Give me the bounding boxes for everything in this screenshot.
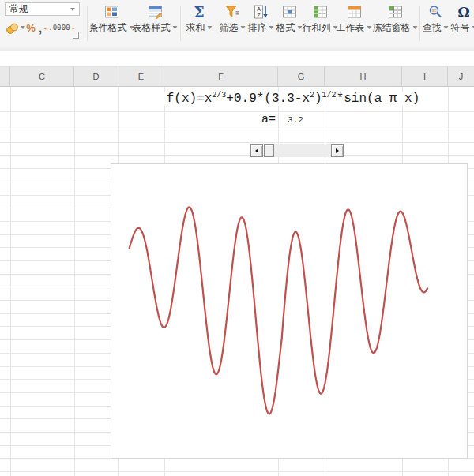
dialog-launcher-icon[interactable] xyxy=(73,32,79,39)
chevron-down-icon xyxy=(208,26,213,29)
column-header-G[interactable]: G xyxy=(278,67,325,86)
column-header-I[interactable]: I xyxy=(402,67,448,86)
magnifier-icon: ab xyxy=(428,5,442,19)
button-label: 表格样式 xyxy=(133,22,171,33)
gridline xyxy=(74,87,75,476)
freeze-panes-button[interactable]: 冻结窗格 xyxy=(373,2,418,33)
chevron-down-icon xyxy=(173,26,178,29)
svg-text:ab: ab xyxy=(431,8,436,13)
find-button[interactable]: ab 查找 xyxy=(423,2,449,33)
chevron-down-icon xyxy=(70,8,75,11)
coins-icon xyxy=(6,21,19,35)
gridline xyxy=(0,129,474,129)
worksheet-icon xyxy=(347,5,361,19)
button-label: 排序 xyxy=(248,22,267,33)
left-triangle-icon xyxy=(255,148,258,153)
cell-format-icon xyxy=(282,5,296,19)
gridline xyxy=(10,87,11,476)
right-arrow-icon: ▸ xyxy=(72,24,76,32)
column-header-H[interactable]: H xyxy=(325,67,402,86)
button-label: 符号 xyxy=(451,22,470,33)
decrease-decimal-icon: .00 xyxy=(57,24,70,32)
button-label: 行和列 xyxy=(303,22,331,33)
toolbar-separator xyxy=(419,6,420,41)
right-triangle-icon xyxy=(336,148,339,153)
chevron-down-icon xyxy=(413,26,418,29)
left-arrow-icon: ◂ xyxy=(43,24,47,32)
button-label: 筛选 xyxy=(220,22,239,33)
rows-columns-icon xyxy=(313,5,327,19)
chevron-down-icon xyxy=(367,26,372,29)
conditional-format-button[interactable]: 条件格式 xyxy=(89,2,134,33)
scrollbar-track[interactable] xyxy=(274,144,331,157)
chevron-down-icon xyxy=(444,26,449,29)
column-header-J[interactable]: J xyxy=(448,67,474,86)
scrollbar-left-button[interactable] xyxy=(250,144,263,157)
column-header-F[interactable]: F xyxy=(164,67,278,86)
toolbar-separator xyxy=(180,6,181,41)
sort-az-icon: A Z xyxy=(254,5,268,19)
svg-text:A: A xyxy=(257,6,261,12)
accounting-format-button[interactable] xyxy=(5,20,25,36)
cell-a-label[interactable]: a= xyxy=(164,111,276,129)
sort-button[interactable]: A Z 排序 xyxy=(248,2,274,33)
column-header-E[interactable]: E xyxy=(118,67,164,86)
worksheet-button[interactable]: 工作表 xyxy=(337,2,372,33)
gridline xyxy=(0,471,474,472)
format-button[interactable]: 格式 xyxy=(276,2,303,33)
scrollbar-thumb[interactable] xyxy=(264,144,274,157)
cell-a-value[interactable]: 3.2 xyxy=(288,111,324,129)
button-label: 工作表 xyxy=(337,22,365,33)
chart-object[interactable] xyxy=(111,163,468,459)
comma-icon: , xyxy=(39,21,42,35)
rows-columns-button[interactable]: 行和列 xyxy=(303,2,338,33)
button-label: 求和 xyxy=(186,22,205,33)
cell-formula-display[interactable]: f(x)=x2/3+0.9*(3.3-x2)1/2*sin(a π x) xyxy=(118,88,468,110)
column-headers: C D E F G H I J xyxy=(0,67,474,87)
column-header-D[interactable]: D xyxy=(74,67,118,86)
number-format-value: 常规 xyxy=(9,2,28,16)
decrease-decimal-button[interactable]: .00▸ xyxy=(59,20,73,36)
formula-bar[interactable] xyxy=(0,51,474,67)
button-label: 格式 xyxy=(276,22,295,33)
ribbon-toolbar: 常规 % , ◂.00 .00▸ xyxy=(0,0,474,51)
column-header-C[interactable]: C xyxy=(10,67,74,86)
omega-icon: Ω xyxy=(457,2,469,21)
chevron-down-icon xyxy=(21,26,25,29)
table-style-icon xyxy=(148,5,162,19)
function-formula-text: f(x)=x2/3+0.9*(3.3-x2)1/2*sin(a π x) xyxy=(163,92,424,106)
scrollbar-right-button[interactable] xyxy=(331,144,344,157)
function-plot xyxy=(111,164,467,458)
svg-text:Z: Z xyxy=(257,13,261,18)
freeze-panes-icon xyxy=(388,5,402,19)
sigma-icon: Σ xyxy=(194,2,204,21)
chevron-down-icon xyxy=(241,26,246,29)
button-label: 查找 xyxy=(423,22,442,33)
gridline xyxy=(0,142,474,143)
chevron-down-icon xyxy=(269,26,274,29)
symbol-button[interactable]: Ω 符号 xyxy=(451,2,474,33)
conditional-format-icon xyxy=(104,5,118,19)
parameter-scrollbar xyxy=(250,144,344,157)
filter-button[interactable]: 筛选 xyxy=(220,2,246,33)
function-curve-series xyxy=(130,207,427,414)
column-header[interactable] xyxy=(0,67,10,86)
sum-button[interactable]: Σ 求和 xyxy=(186,2,213,33)
button-label: 条件格式 xyxy=(89,22,127,33)
spreadsheet-app: 常规 % , ◂.00 .00▸ xyxy=(0,0,474,476)
gridline xyxy=(0,155,474,156)
toolbar-separator xyxy=(87,6,88,41)
button-label: 冻结窗格 xyxy=(373,22,411,33)
percent-format-button[interactable]: % xyxy=(25,20,36,36)
percent-icon: % xyxy=(26,22,36,34)
sheet-grid[interactable]: f(x)=x2/3+0.9*(3.3-x2)1/2*sin(a π x) a= … xyxy=(0,87,474,476)
number-format-dropdown[interactable]: 常规 xyxy=(5,2,80,16)
funnel-icon xyxy=(225,5,240,19)
table-style-button[interactable]: 表格样式 xyxy=(133,2,178,33)
